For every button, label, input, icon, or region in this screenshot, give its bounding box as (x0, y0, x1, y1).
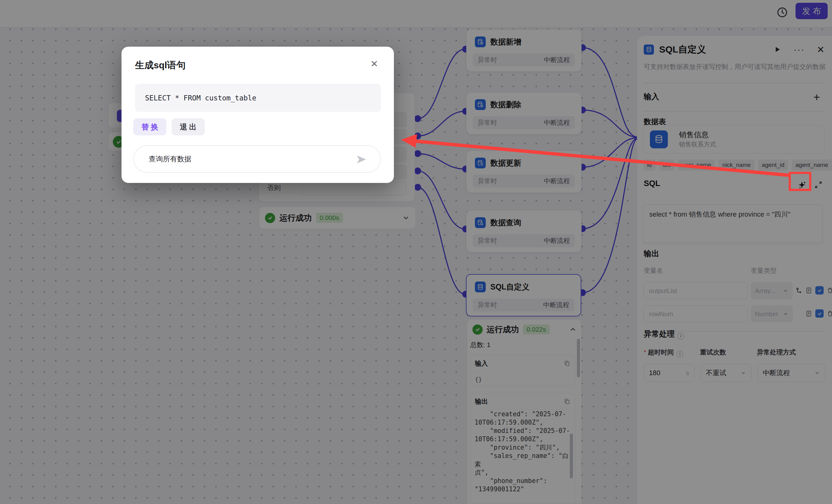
annotation-highlight-box (789, 172, 811, 191)
workflow-editor-screen: 否则 运行成功 0.000s 数据新增 异常时 中断流程 数据删除 (0, 0, 832, 504)
close-modal-icon[interactable]: ✕ (370, 58, 378, 69)
send-icon[interactable] (356, 155, 367, 164)
replace-button[interactable]: 替 换 (133, 118, 166, 135)
exit-button[interactable]: 退 出 (172, 118, 205, 135)
modal-title: 生成sql语句 (135, 59, 185, 72)
prompt-input[interactable]: 查询所有数据 (133, 145, 381, 173)
prompt-text: 查询所有数据 (149, 154, 191, 164)
generate-sql-modal: 生成sql语句 ✕ SELECT * FROM custom_table 替 换… (122, 47, 394, 183)
generated-sql-preview: SELECT * FROM custom_table (135, 84, 381, 112)
